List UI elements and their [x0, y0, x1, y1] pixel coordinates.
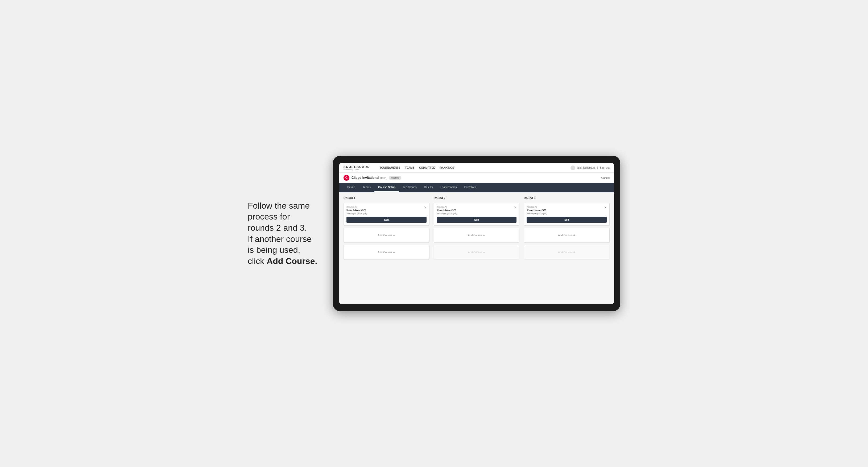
- tab-printables[interactable]: Printables: [461, 183, 480, 192]
- pipe-separator: |: [597, 166, 598, 169]
- logo-area: SCOREBOARD Powered by clippd: [344, 165, 370, 170]
- round-2-title: Round 2: [434, 196, 520, 199]
- tabs-bar: Details Teams Course Setup Tee Groups Re…: [339, 183, 614, 192]
- round-3-title: Round 3: [524, 196, 610, 199]
- round-1-course-card: ✕ (Course A) Peachtree GC Yellow (M) (66…: [344, 203, 430, 226]
- rounds-grid: Round 1 ✕ (Course A) Peachtree GC Yellow…: [344, 196, 610, 260]
- round-1-title: Round 1: [344, 196, 430, 199]
- round-1-add-course-1-label: Add Course: [378, 234, 392, 237]
- tab-teams[interactable]: Teams: [359, 183, 374, 192]
- round-3-edit-button[interactable]: Edit: [527, 217, 607, 223]
- round-2-add-course-1[interactable]: Add Course +: [434, 228, 520, 243]
- tab-results[interactable]: Results: [421, 183, 437, 192]
- tablet-frame: SCOREBOARD Powered by clippd TOURNAMENTS…: [333, 156, 620, 311]
- round-2-course-card: ✕ (Course A) Peachtree GC Yellow (M) (66…: [434, 203, 520, 226]
- round-2-course-details: Yellow (M) (6629 yds): [437, 212, 517, 215]
- round-3-add-course-2: Add Course +: [524, 245, 610, 260]
- page-wrapper: Follow the sameprocess forrounds 2 and 3…: [248, 156, 620, 311]
- round-1-add-course-1[interactable]: Add Course +: [344, 228, 430, 243]
- instruction-text: Follow the sameprocess forrounds 2 and 3…: [248, 200, 322, 267]
- hosting-badge: Hosting: [389, 176, 401, 180]
- tab-course-setup[interactable]: Course Setup: [374, 183, 399, 192]
- tablet-screen: SCOREBOARD Powered by clippd TOURNAMENTS…: [339, 163, 614, 304]
- round-3-course-card: ✕ (Course A) Peachtree GC Yellow (M) (66…: [524, 203, 610, 226]
- round-2-delete-icon[interactable]: ✕: [514, 206, 517, 210]
- round-2-course-name: Peachtree GC: [437, 209, 517, 212]
- round-1-column: Round 1 ✕ (Course A) Peachtree GC Yellow…: [344, 196, 430, 260]
- nav-committee[interactable]: COMMITTEE: [419, 165, 435, 170]
- tournament-name: Clippd Invitational: [351, 176, 379, 180]
- round-1-add-course-2[interactable]: Add Course +: [344, 245, 430, 260]
- tab-leaderboards[interactable]: Leaderboards: [437, 183, 461, 192]
- round-2-column: Round 2 ✕ (Course A) Peachtree GC Yellow…: [434, 196, 520, 260]
- round-1-add-course-2-plus: +: [393, 250, 395, 254]
- round-3-column: Round 3 ✕ (Course A) Peachtree GC Yellow…: [524, 196, 610, 260]
- round-2-edit-button[interactable]: Edit: [437, 217, 517, 223]
- logo-sub: Powered by clippd: [344, 168, 370, 170]
- round-3-add-course-1-plus: +: [573, 233, 575, 237]
- tab-tee-groups[interactable]: Tee Groups: [399, 183, 421, 192]
- round-3-delete-icon[interactable]: ✕: [604, 206, 607, 210]
- round-3-add-course-2-plus: +: [573, 250, 575, 254]
- round-1-delete-icon[interactable]: ✕: [424, 206, 427, 210]
- c-logo: C: [344, 175, 349, 181]
- nav-right: blair@clippd.io | Sign out: [570, 165, 610, 170]
- round-2-add-course-2: Add Course +: [434, 245, 520, 260]
- sign-out-link[interactable]: Sign out: [600, 166, 610, 169]
- round-2-course-label: (Course A): [437, 206, 517, 208]
- user-avatar: [570, 165, 575, 170]
- round-1-edit-button[interactable]: Edit: [346, 217, 427, 223]
- nav-teams[interactable]: TEAMS: [405, 165, 414, 170]
- top-nav: SCOREBOARD Powered by clippd TOURNAMENTS…: [339, 163, 614, 173]
- user-email: blair@clippd.io: [578, 166, 595, 169]
- round-3-add-course-2-label: Add Course: [558, 251, 572, 254]
- logo-scoreboard: SCOREBOARD: [344, 165, 370, 168]
- round-3-course-name: Peachtree GC: [527, 209, 607, 212]
- cancel-button[interactable]: Cancel: [601, 177, 610, 179]
- round-3-course-label: (Course A): [527, 206, 607, 208]
- round-3-add-course-1-label: Add Course: [558, 234, 572, 237]
- round-1-add-course-1-plus: +: [393, 233, 395, 237]
- round-2-add-course-1-plus: +: [483, 233, 485, 237]
- round-3-add-course-1[interactable]: Add Course +: [524, 228, 610, 243]
- men-label: (Men): [380, 177, 387, 179]
- nav-tournaments[interactable]: TOURNAMENTS: [379, 165, 400, 170]
- round-2-add-course-1-label: Add Course: [468, 234, 482, 237]
- round-1-course-details: Yellow (M) (6629 yds): [346, 212, 427, 215]
- sub-header: C Clippd Invitational (Men) Hosting Canc…: [339, 173, 614, 183]
- main-content: Round 1 ✕ (Course A) Peachtree GC Yellow…: [339, 192, 614, 304]
- round-1-course-label: (Course A): [346, 206, 427, 208]
- round-2-add-course-2-plus: +: [483, 250, 485, 254]
- tab-details[interactable]: Details: [344, 183, 359, 192]
- nav-links: TOURNAMENTS TEAMS COMMITTEE RANKINGS: [379, 165, 564, 170]
- instruction-bold: Add Course.: [267, 256, 317, 266]
- round-3-course-details: Yellow (M) (6629 yds): [527, 212, 607, 215]
- round-1-add-course-2-label: Add Course: [378, 251, 392, 254]
- round-1-course-name: Peachtree GC: [346, 209, 427, 212]
- round-2-add-course-2-label: Add Course: [468, 251, 482, 254]
- nav-rankings[interactable]: RANKINGS: [440, 165, 454, 170]
